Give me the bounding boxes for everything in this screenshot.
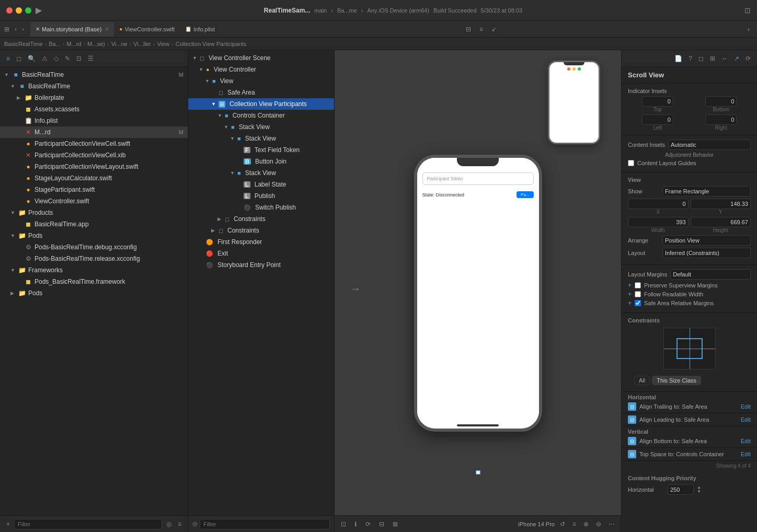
tab-back[interactable]: ‹	[13, 25, 19, 34]
tab-close-storyboard[interactable]: ✕	[105, 26, 109, 32]
constraint-edit-leading[interactable]: Edit	[741, 417, 751, 423]
layout-select[interactable]: Inferred (Constraints)	[662, 248, 751, 258]
inspector-file[interactable]: 📄	[672, 54, 684, 63]
sidebar-item-participant-layout[interactable]: ● ParticipantCollectionViewLayout.swift	[0, 161, 188, 172]
close-button[interactable]	[6, 7, 13, 14]
play-button[interactable]: ▶	[36, 5, 42, 15]
sidebar-filter-input[interactable]	[14, 519, 162, 529]
right-sidebar-toggle[interactable]: ⊡	[744, 6, 751, 15]
breadcrumb-item-6[interactable]: Vi...ller	[133, 41, 151, 47]
scene-item-stack-1[interactable]: ▼ ■ Stack View	[188, 121, 334, 133]
scene-item-collection-view[interactable]: ▼ ⊞ Collection View Participants	[188, 98, 334, 110]
canvas-refresh[interactable]: ⟳	[363, 519, 373, 529]
sidebar-filter-options[interactable]: ◎	[164, 519, 174, 529]
indicator-top-input[interactable]	[642, 96, 673, 107]
sidebar-item-products[interactable]: ▼ 📁 Products	[0, 207, 188, 218]
sidebar-folder-view[interactable]: ≡	[4, 54, 12, 63]
canvas-layout[interactable]: ⊠	[391, 519, 400, 529]
canvas-info[interactable]: ℹ	[352, 519, 359, 529]
split-view-btn[interactable]: ⊟	[464, 25, 473, 34]
layout-margins-select[interactable]: Default	[670, 269, 751, 280]
tab-infoplist[interactable]: 📋 Info.plist	[180, 22, 220, 37]
x-input[interactable]	[628, 199, 689, 209]
canvas-debug[interactable]: ⊟	[377, 519, 386, 529]
scene-item-constraints-2[interactable]: ▶ ◻ Constraints	[188, 225, 334, 236]
canvas-rotate[interactable]: ↺	[558, 519, 567, 529]
height-input[interactable]	[691, 217, 751, 227]
inspector-size[interactable]: ↔	[719, 54, 730, 63]
canvas-content[interactable]: →	[335, 50, 621, 515]
canvas-device-select[interactable]: ≡	[570, 519, 578, 529]
breadcrumb-item-5[interactable]: Vi...ne	[111, 41, 128, 47]
content-hugging-horizontal-input[interactable]	[668, 484, 694, 495]
constraint-edit-top[interactable]: Edit	[741, 451, 751, 457]
indicator-bottom-input[interactable]	[705, 96, 737, 107]
sidebar-item-stage-participant[interactable]: ● StageParticipant.swift	[0, 184, 188, 195]
scene-item-vc-scene[interactable]: ▼ ◻ View Controller Scene	[188, 52, 334, 64]
sidebar-item-participant-cell-xib[interactable]: ✕ ParticipantCollectionViewCell.xib	[0, 149, 188, 161]
scene-item-publish[interactable]: L Publish	[188, 190, 334, 202]
sidebar-item-viewcontroller[interactable]: ● ViewController.swift	[0, 195, 188, 207]
sidebar-item-basicrealtime[interactable]: ▼ ■ BasicRealTime	[0, 80, 188, 92]
safe-area-checkbox[interactable]	[635, 300, 641, 306]
sidebar-symbol-view[interactable]: ◻	[14, 54, 24, 63]
sidebar-report-view[interactable]: ☰	[86, 54, 96, 63]
canvas-more[interactable]: ⋯	[606, 519, 617, 529]
indicator-right-input[interactable]	[705, 114, 737, 125]
maximize-button[interactable]	[25, 7, 31, 14]
sidebar-debug-view[interactable]: ✎	[63, 54, 72, 63]
width-input[interactable]	[628, 217, 689, 227]
constraint-edit-trailing[interactable]: Edit	[741, 403, 751, 410]
constraints-tab-size-class[interactable]: This Size Class	[652, 376, 701, 385]
share-btn[interactable]: ↙	[489, 25, 499, 34]
arrange-select[interactable]: Position View	[662, 235, 751, 246]
sidebar-item-infoplist[interactable]: 📋 Info.plist	[0, 115, 188, 126]
content-insets-select[interactable]: Automatic	[668, 140, 751, 150]
inspector-connections[interactable]: ↗	[732, 54, 741, 63]
sidebar-breakpoint-view[interactable]: ⊡	[74, 54, 84, 63]
scene-item-first-responder[interactable]: 🟠 First Responder	[188, 236, 334, 248]
add-tab-button[interactable]: +	[742, 25, 755, 33]
sidebar-warning-view[interactable]: ⚠	[40, 54, 50, 63]
follow-readable-checkbox[interactable]	[635, 291, 641, 297]
tab-grid-view[interactable]: ⊞	[2, 25, 12, 34]
breadcrumb-item-4[interactable]: M...se)	[87, 41, 105, 47]
scene-item-safe-area[interactable]: ◻ Safe Area	[188, 87, 334, 98]
scene-filter-input[interactable]	[200, 519, 330, 529]
content-layout-guides-checkbox[interactable]	[628, 160, 634, 166]
breadcrumb-item-3[interactable]: M...rd	[67, 41, 82, 47]
scene-item-constraints-1[interactable]: ▶ ◻ Constraints	[188, 213, 334, 225]
indicator-left-input[interactable]	[642, 114, 673, 125]
breadcrumb-item-1[interactable]: BasicRealTime	[4, 41, 43, 47]
sidebar-item-pods-release[interactable]: ⚙ Pods-BasicRealTime.release.xcconfig	[0, 253, 188, 264]
scene-item-view[interactable]: ▼ ■ View	[188, 75, 334, 87]
breadcrumb-item-8[interactable]: Collection View Participants	[176, 41, 247, 47]
tab-viewcontroller[interactable]: ● ViewController.swift	[114, 22, 180, 37]
sidebar-item-assets[interactable]: ◼ Assets.xcassets	[0, 103, 188, 115]
tab-main-storyboard[interactable]: ✕ Main.storyboard (Base) ✕	[30, 22, 114, 37]
add-file-button[interactable]: +	[4, 519, 12, 529]
scene-item-exit[interactable]: 🔴 Exit	[188, 248, 334, 259]
sidebar-item-pods-debug[interactable]: ⚙ Pods-BasicRealTime.debug.xcconfig	[0, 241, 188, 253]
sidebar-item-mainstoryboard[interactable]: ✕ M...rd M	[0, 126, 188, 138]
scene-item-textfield[interactable]: F Text Field Token	[188, 144, 334, 156]
sidebar-item-stage-layout[interactable]: ● StageLayoutCalculator.swift	[0, 172, 188, 184]
sidebar-item-participant-cell-swift[interactable]: ● ParticipantCollectionViewCell.swift	[0, 138, 188, 149]
authors-btn[interactable]: ≡	[477, 25, 485, 34]
canvas-zoom-in[interactable]: ⊕	[581, 519, 591, 529]
sidebar-item-pods-framework[interactable]: ◼ Pods_BasicRealTime.framework	[0, 276, 188, 287]
inspector-quick-help[interactable]: ?	[686, 54, 694, 63]
scene-item-stack-3[interactable]: ▼ ■ Stack View	[188, 167, 334, 179]
inspector-identity[interactable]: ◻	[696, 54, 706, 63]
sidebar-item-frameworks[interactable]: ▼ 📁 Frameworks	[0, 264, 188, 276]
scene-item-button-join[interactable]: B Button Join	[188, 156, 334, 167]
sidebar-filter-hierarchy[interactable]: ≡	[176, 519, 183, 529]
ch-spin-down[interactable]: ▼	[697, 490, 701, 494]
canvas-zoom-fit[interactable]: ⊡	[339, 519, 348, 529]
sidebar-item-boilerplate[interactable]: ▶ 📁 Boilerplate	[0, 92, 188, 103]
scene-item-stack-2[interactable]: ▼ ■ Stack View	[188, 133, 334, 144]
breadcrumb-item-2[interactable]: Ba...	[49, 41, 61, 47]
canvas-zoom-out[interactable]: ⊖	[594, 519, 603, 529]
preserve-margins-checkbox[interactable]	[635, 282, 641, 288]
sidebar-item-pods-group[interactable]: ▼ 📁 Pods	[0, 230, 188, 241]
